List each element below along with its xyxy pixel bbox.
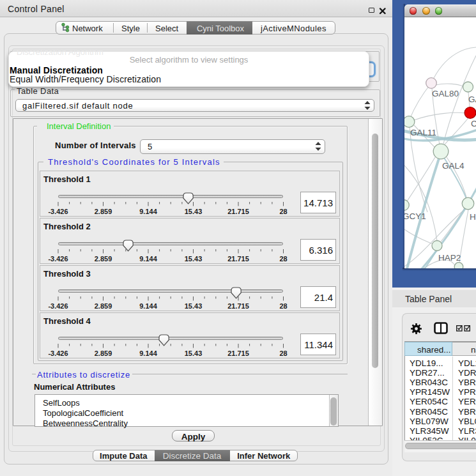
svg-text:GAL4: GAL4 [442,161,464,171]
svg-text:GA: GA [468,95,476,104]
svg-text:GAL80: GAL80 [432,89,459,98]
svg-text:GCY1: GCY1 [404,211,426,221]
svg-text:H: H [470,212,476,222]
svg-text:GAL11: GAL11 [410,128,436,137]
svg-text:C: C [471,119,476,128]
svg-text:HAP2: HAP2 [438,253,461,263]
